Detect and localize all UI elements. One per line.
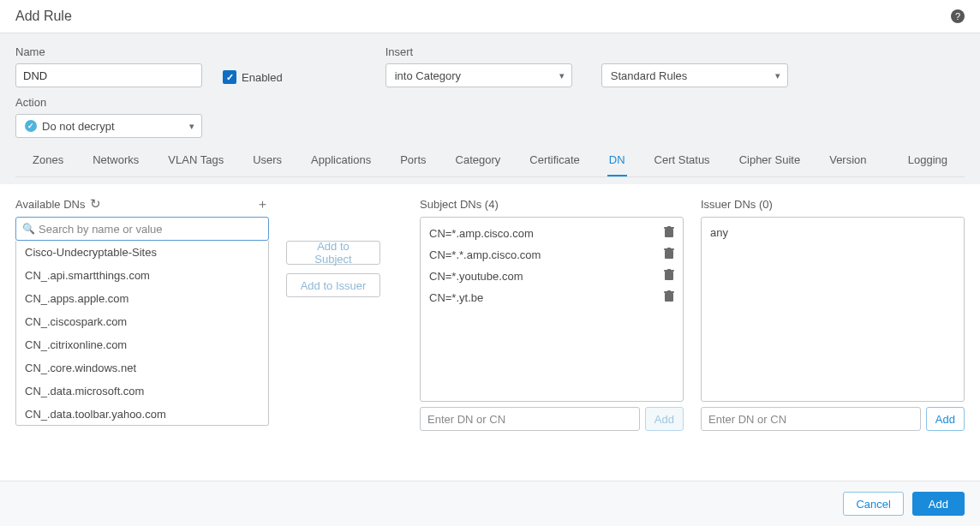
tab-cert-status[interactable]: Cert Status <box>653 145 712 176</box>
checkmark-icon <box>223 70 236 84</box>
issuer-placeholder: any <box>702 223 964 242</box>
tab-category[interactable]: Category <box>454 145 503 176</box>
cancel-button[interactable]: Cancel <box>843 492 903 516</box>
tab-ports[interactable]: Ports <box>398 145 427 176</box>
help-icon[interactable]: ? <box>951 9 965 23</box>
tab-dn[interactable]: DN <box>607 145 627 176</box>
tab-cipher-suite[interactable]: Cipher Suite <box>738 145 803 176</box>
dn-content-area: Available DNs ↻ ＋ 🔍 Cisco-Undecryptable-… <box>0 184 980 431</box>
available-listbox[interactable]: Cisco-Undecryptable-SitesCN_.api.smartth… <box>15 241 269 426</box>
list-item[interactable]: Cisco-Undecryptable-Sites <box>16 241 268 264</box>
subject-row: CN=*.youtube.com <box>421 266 683 287</box>
svg-rect-6 <box>665 272 673 280</box>
enabled-toggle[interactable]: Enabled <box>223 70 283 84</box>
available-dns-column: Available DNs ↻ ＋ 🔍 Cisco-Undecryptable-… <box>15 196 269 431</box>
rules-select-value: Standard Rules <box>611 69 688 82</box>
trash-icon[interactable] <box>664 269 674 284</box>
top-form-section: Name Enabled Insert into Category Standa… <box>0 33 980 184</box>
plus-icon[interactable]: ＋ <box>256 196 269 212</box>
tab-applications[interactable]: Applications <box>309 145 373 176</box>
insert-label: Insert <box>385 45 572 58</box>
trash-icon[interactable] <box>664 290 674 305</box>
search-input[interactable] <box>15 217 269 241</box>
refresh-icon[interactable]: ↻ <box>90 196 101 212</box>
available-dns-title: Available DNs <box>15 198 85 211</box>
tab-zones[interactable]: Zones <box>31 145 65 176</box>
rules-select[interactable]: Standard Rules <box>601 63 788 87</box>
name-field-group: Name <box>15 45 202 87</box>
add-button[interactable]: Add <box>912 492 965 516</box>
svg-rect-11 <box>667 290 671 292</box>
list-item[interactable]: CN_.data.toolbar.yahoo.com <box>16 403 268 426</box>
subject-row: CN=*.amp.cisco.com <box>421 223 683 244</box>
insert-field-group: Insert into Category <box>385 45 572 87</box>
tab-networks[interactable]: Networks <box>91 145 140 176</box>
name-label: Name <box>15 45 202 58</box>
tab-users[interactable]: Users <box>251 145 284 176</box>
action-label: Action <box>15 96 965 109</box>
dialog-footer: Cancel Add <box>0 481 980 526</box>
insert-select[interactable]: into Category <box>385 63 572 87</box>
dialog-header: Add Rule ? <box>0 0 980 33</box>
svg-rect-3 <box>665 250 673 259</box>
subject-add-button[interactable]: Add <box>645 407 684 431</box>
subject-dns-column: Subject DNs (4) CN=*.amp.cisco.comCN=*.*… <box>420 196 684 431</box>
svg-rect-0 <box>665 229 673 237</box>
subject-row: CN=*.*.amp.cisco.com <box>421 244 683 266</box>
subject-dn-input[interactable] <box>420 407 640 431</box>
svg-rect-8 <box>667 269 671 271</box>
subject-dn-text: CN=*.yt.be <box>429 291 483 304</box>
subject-dn-text: CN=*.youtube.com <box>429 270 523 283</box>
list-item[interactable]: CN_.ciscospark.com <box>16 310 268 333</box>
tab-vlan-tags[interactable]: VLAN Tags <box>166 145 225 176</box>
tab-certificate[interactable]: Certificate <box>528 145 582 176</box>
issuer-dns-title: Issuer DNs (0) <box>701 198 773 211</box>
trash-icon[interactable] <box>664 248 674 262</box>
list-item[interactable]: CN_.data.microsoft.com <box>16 380 268 403</box>
tab-version[interactable]: Version <box>828 145 868 176</box>
add-to-subject-button[interactable]: Add to Subject <box>286 241 380 265</box>
tabs-bar: ZonesNetworksVLAN TagsUsersApplicationsP… <box>15 145 965 177</box>
rules-field-group: Standard Rules <box>601 45 788 87</box>
action-select-value: Do not decrypt <box>42 120 115 133</box>
search-icon: 🔍 <box>22 223 35 235</box>
subject-panel: CN=*.amp.cisco.comCN=*.*.amp.cisco.comCN… <box>420 217 684 402</box>
trash-icon[interactable] <box>664 226 674 241</box>
issuer-panel: any <box>701 217 965 402</box>
check-circle-icon <box>25 120 37 132</box>
list-item[interactable]: CN_.apps.apple.com <box>16 287 268 310</box>
list-item[interactable]: CN_.api.smartthings.com <box>16 264 268 287</box>
subject-row: CN=*.yt.be <box>421 287 683 308</box>
action-select[interactable]: Do not decrypt <box>15 114 202 138</box>
svg-rect-9 <box>665 293 673 302</box>
subject-dns-title: Subject DNs (4) <box>420 198 499 211</box>
issuer-dn-input[interactable] <box>701 407 921 431</box>
issuer-dns-column: Issuer DNs (0) any Add <box>701 196 965 431</box>
action-field-group: Action Do not decrypt <box>15 96 965 138</box>
subject-dn-text: CN=*.*.amp.cisco.com <box>429 248 541 261</box>
enabled-label: Enabled <box>242 71 283 84</box>
issuer-add-button[interactable]: Add <box>926 407 965 431</box>
svg-rect-2 <box>667 226 671 228</box>
transfer-column: Add to Subject Add to Issuer <box>286 196 403 431</box>
add-to-issuer-button[interactable]: Add to Issuer <box>286 273 380 297</box>
subject-dn-text: CN=*.amp.cisco.com <box>429 227 534 240</box>
svg-rect-5 <box>667 248 671 249</box>
name-input[interactable] <box>15 63 202 87</box>
rules-spacer <box>601 45 788 58</box>
insert-select-value: into Category <box>395 69 461 82</box>
tab-logging[interactable]: Logging <box>906 145 949 176</box>
list-item[interactable]: CN_.citrixonline.com <box>16 333 268 356</box>
dialog-title: Add Rule <box>15 9 72 24</box>
list-item[interactable]: CN_.core.windows.net <box>16 356 268 380</box>
